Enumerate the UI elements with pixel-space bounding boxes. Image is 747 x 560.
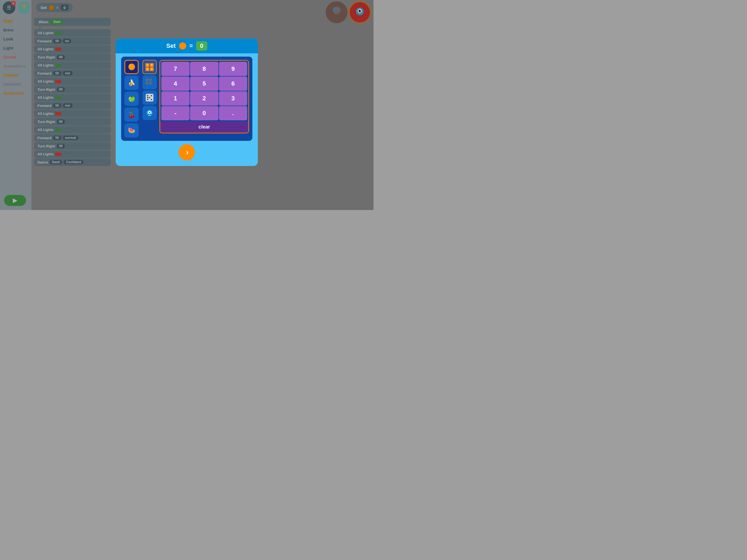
num-key-3[interactable]: 3 <box>219 91 247 105</box>
num-key-4[interactable]: 4 <box>161 77 189 91</box>
clear-button[interactable]: clear <box>160 121 248 133</box>
num-key-5[interactable]: 5 <box>190 77 218 91</box>
num-key-7[interactable]: 7 <box>161 62 189 76</box>
sub-icon-dice[interactable] <box>143 91 157 105</box>
modal-set-label: Set <box>166 42 176 50</box>
sub-icon-robot[interactable] <box>143 106 157 120</box>
next-button[interactable]: › <box>179 144 195 160</box>
dots-grid-icon <box>145 78 154 87</box>
svg-point-19 <box>147 95 149 97</box>
svg-rect-17 <box>149 82 152 84</box>
modal-body: 🟠 🍌 🍏 🍒 🍉 1 2 3 4 <box>121 57 252 141</box>
modal-equals: = <box>189 42 193 50</box>
svg-point-27 <box>149 112 150 113</box>
num-key-1[interactable]: 1 <box>161 91 189 105</box>
svg-point-24 <box>147 97 149 98</box>
modal-overlay: Set = 0 🟠 🍌 🍏 🍒 🍉 1 2 <box>0 0 374 210</box>
next-icon: › <box>186 148 188 157</box>
svg-point-21 <box>147 99 149 100</box>
icon-btn-orange[interactable]: 🟠 <box>124 60 138 74</box>
icon-btn-watermelon[interactable]: 🍉 <box>124 123 138 137</box>
icon-btn-apple[interactable]: 🍏 <box>124 92 138 106</box>
modal-header: Set = 0 <box>115 39 258 53</box>
num-key-0[interactable]: 0 <box>190 106 218 120</box>
num-key-minus[interactable]: - <box>161 106 189 120</box>
num-key-6[interactable]: 6 <box>219 77 247 91</box>
num-key-9[interactable]: 9 <box>219 62 247 76</box>
icon-btn-banana[interactable]: 🍌 <box>124 76 138 90</box>
num-key-8[interactable]: 8 <box>190 62 218 76</box>
sub-icon-1234[interactable]: 1 2 3 4 <box>143 60 157 74</box>
num-key-dot[interactable]: . <box>219 106 247 120</box>
set-variable-modal: Set = 0 🟠 🍌 🍏 🍒 🍉 1 2 <box>115 39 258 166</box>
icon-btn-cherry[interactable]: 🍒 <box>124 107 138 122</box>
svg-point-20 <box>151 95 152 97</box>
numpad-border: 7 8 9 4 5 6 1 2 3 - 0 . clear <box>159 60 249 133</box>
svg-rect-29 <box>147 114 152 115</box>
numpad-grid: 7 8 9 4 5 6 1 2 3 - 0 . <box>160 61 248 121</box>
svg-point-23 <box>149 97 150 98</box>
modal-value-display: 0 <box>196 41 207 51</box>
robot-small-icon <box>145 108 154 117</box>
num-key-2[interactable]: 2 <box>190 91 218 105</box>
svg-rect-15 <box>149 78 152 81</box>
sub-icon-panel: 1 2 3 4 <box>143 60 157 137</box>
numpad-area: 7 8 9 4 5 6 1 2 3 - 0 . clear <box>159 60 249 137</box>
svg-point-22 <box>151 99 152 100</box>
svg-rect-16 <box>146 82 149 84</box>
sub-icon-dots[interactable] <box>143 75 157 90</box>
svg-rect-14 <box>146 78 149 81</box>
icon-panel: 🟠 🍌 🍏 🍒 🍉 <box>124 60 140 137</box>
modal-variable-dot <box>179 42 186 50</box>
dice-icon <box>145 93 154 102</box>
